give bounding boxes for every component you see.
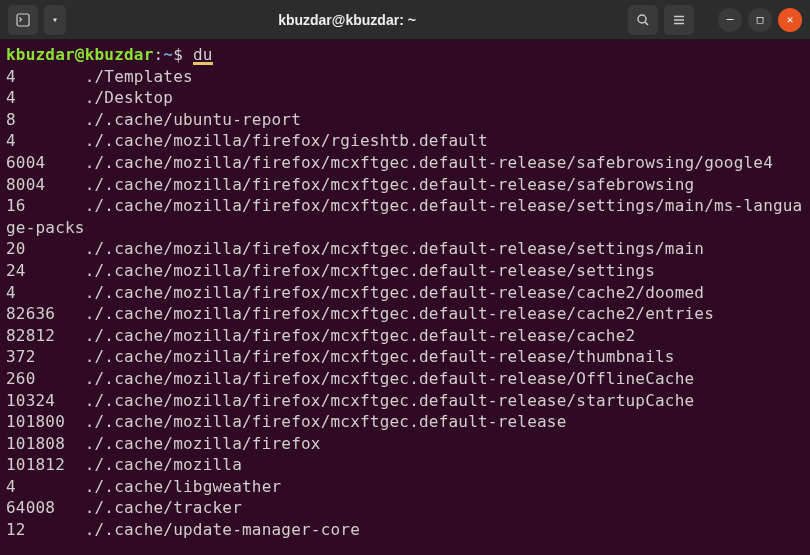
output-row: 12 ./.cache/update-manager-core bbox=[6, 519, 804, 541]
output-row: 82636 ./.cache/mozilla/firefox/mcxftgec.… bbox=[6, 303, 804, 325]
output-row: 4 ./Templates bbox=[6, 66, 804, 88]
output-row: 101800 ./.cache/mozilla/firefox/mcxftgec… bbox=[6, 411, 804, 433]
terminal-output: 4 ./Templates4 ./Desktop8 ./.cache/ubunt… bbox=[6, 66, 804, 541]
titlebar-right: ─ □ ✕ bbox=[628, 5, 802, 35]
prompt-path: ~ bbox=[163, 45, 173, 64]
output-row: 4 ./.cache/mozilla/firefox/rgieshtb.defa… bbox=[6, 130, 804, 152]
output-row: 101808 ./.cache/mozilla/firefox bbox=[6, 433, 804, 455]
output-row: 16 ./.cache/mozilla/firefox/mcxftgec.def… bbox=[6, 195, 804, 238]
output-row: 372 ./.cache/mozilla/firefox/mcxftgec.de… bbox=[6, 346, 804, 368]
maximize-icon: □ bbox=[757, 13, 764, 26]
close-button[interactable]: ✕ bbox=[778, 8, 802, 32]
window-title: kbuzdar@kbuzdar: ~ bbox=[66, 12, 628, 28]
prompt-separator: : bbox=[154, 45, 164, 64]
hamburger-icon bbox=[672, 13, 686, 27]
output-row: 101812 ./.cache/mozilla bbox=[6, 454, 804, 476]
new-tab-button[interactable] bbox=[8, 5, 38, 35]
prompt-symbol: $ bbox=[173, 45, 183, 64]
prompt-user-host: kbuzdar@kbuzdar bbox=[6, 45, 154, 64]
tab-overflow-button[interactable]: ▾ bbox=[44, 5, 66, 35]
terminal-icon bbox=[16, 13, 30, 27]
terminal-area[interactable]: kbuzdar@kbuzdar:~$ du 4 ./Templates4 ./D… bbox=[0, 40, 810, 545]
output-row: 260 ./.cache/mozilla/firefox/mcxftgec.de… bbox=[6, 368, 804, 390]
output-row: 4 ./.cache/mozilla/firefox/mcxftgec.defa… bbox=[6, 282, 804, 304]
output-row: 24 ./.cache/mozilla/firefox/mcxftgec.def… bbox=[6, 260, 804, 282]
titlebar-left: ▾ bbox=[8, 5, 66, 35]
output-row: 10324 ./.cache/mozilla/firefox/mcxftgec.… bbox=[6, 390, 804, 412]
output-row: 64008 ./.cache/tracker bbox=[6, 497, 804, 519]
output-row: 20 ./.cache/mozilla/firefox/mcxftgec.def… bbox=[6, 238, 804, 260]
maximize-button[interactable]: □ bbox=[748, 8, 772, 32]
menu-button[interactable] bbox=[664, 5, 694, 35]
output-row: 4 ./Desktop bbox=[6, 87, 804, 109]
output-row: 4 ./.cache/libgweather bbox=[6, 476, 804, 498]
search-icon bbox=[636, 13, 650, 27]
minimize-icon: ─ bbox=[727, 13, 734, 26]
output-row: 6004 ./.cache/mozilla/firefox/mcxftgec.d… bbox=[6, 152, 804, 174]
svg-line-2 bbox=[645, 22, 648, 25]
output-row: 82812 ./.cache/mozilla/firefox/mcxftgec.… bbox=[6, 325, 804, 347]
minimize-button[interactable]: ─ bbox=[718, 8, 742, 32]
close-icon: ✕ bbox=[787, 13, 794, 26]
output-row: 8 ./.cache/ubuntu-report bbox=[6, 109, 804, 131]
prompt-line: kbuzdar@kbuzdar:~$ du bbox=[6, 44, 804, 66]
output-row: 8004 ./.cache/mozilla/firefox/mcxftgec.d… bbox=[6, 174, 804, 196]
svg-point-1 bbox=[638, 15, 646, 23]
svg-rect-0 bbox=[17, 14, 29, 26]
search-button[interactable] bbox=[628, 5, 658, 35]
chevron-down-icon: ▾ bbox=[52, 14, 58, 25]
command-text: du bbox=[193, 47, 213, 65]
titlebar: ▾ kbuzdar@kbuzdar: ~ ─ □ ✕ bbox=[0, 0, 810, 40]
